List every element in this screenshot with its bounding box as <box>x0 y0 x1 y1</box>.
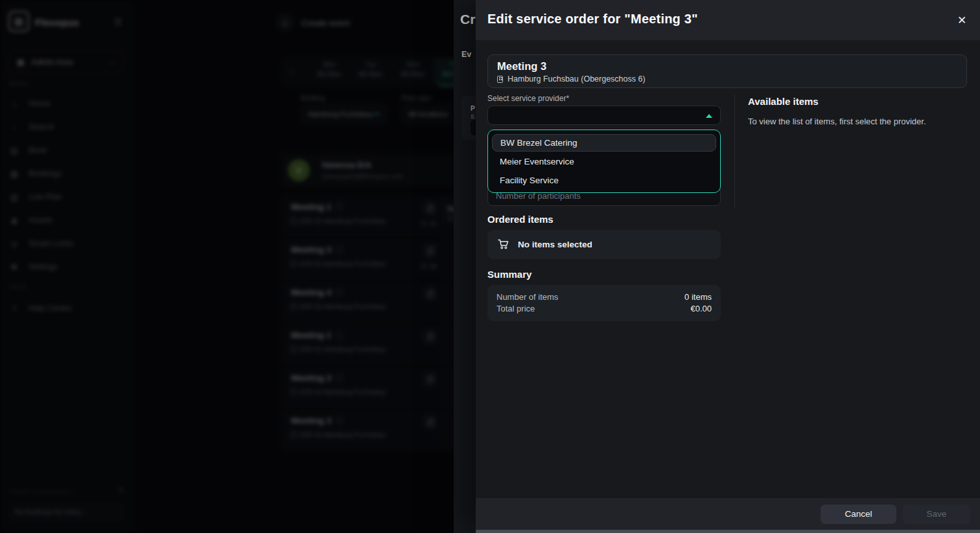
provider-option-meier[interactable]: Meier Eventservice <box>492 153 716 170</box>
sidebar-item-help-centre[interactable]: ?Help Centre <box>9 300 126 317</box>
user-name: Vanessa Erk <box>321 160 371 170</box>
provider-dropdown: BW Brezel Catering Meier Eventservice Fa… <box>487 130 721 193</box>
provider-option-bw-brezel[interactable]: BW Brezel Catering <box>492 134 716 152</box>
building-icon <box>291 346 296 352</box>
sidebar-item-label: Assets <box>29 216 53 225</box>
sidebar-collapse-icon[interactable]: ☰ <box>114 17 122 27</box>
day-cell-tue[interactable]: Tue02 Dec <box>351 58 391 86</box>
sidebar-item-book[interactable]: ▤Book <box>9 142 126 159</box>
user-email: vanessaerk@flexopus.com <box>321 172 403 180</box>
info-circle-icon <box>336 417 343 424</box>
avatar: V <box>288 159 310 181</box>
summary-row-price: Total price €0.00 <box>496 303 712 315</box>
sidebar-item-bookings[interactable]: ▦Bookings <box>9 165 126 182</box>
ordered-items-empty-card: No items selected <box>487 230 721 259</box>
column-divider <box>734 94 735 207</box>
building-label: Building <box>301 94 325 102</box>
cart-icon <box>498 239 509 250</box>
total-price-value: €0.00 <box>690 303 712 315</box>
info-circle-icon <box>336 246 343 253</box>
expand-icon[interactable]: ⇱ <box>119 487 124 494</box>
lock-chip-icon <box>423 414 438 429</box>
building-icon <box>291 303 296 310</box>
lock-chip-icon <box>423 286 438 301</box>
sidebar-item-label: Settings <box>29 262 58 271</box>
provider-option-facility[interactable]: Facility Service <box>492 172 716 189</box>
home-icon: ⌂ <box>9 99 19 109</box>
gear-icon: ✱ <box>9 262 19 272</box>
sidebar-item-label: Live Plan <box>29 192 62 201</box>
sidebar-item-label: Bookings <box>29 169 62 178</box>
info-circle-icon <box>336 374 343 381</box>
behind-dialog-title-fragment: Cr <box>460 12 475 27</box>
sidebar-item-settings[interactable]: ✱Settings <box>9 258 126 275</box>
info-circle-icon <box>336 203 343 210</box>
save-button[interactable]: Save <box>903 505 970 524</box>
items-count-value: 0 items <box>684 291 712 303</box>
live-plan-icon: ▧ <box>9 192 19 202</box>
sidebar-item-smart-locks[interactable]: ◘Smart Locks <box>9 235 126 252</box>
sidebar-item-label: Search <box>29 122 54 131</box>
lock-chip-icon <box>423 201 438 216</box>
arrow-right-icon: → <box>108 58 116 67</box>
ordered-items-title: Ordered items <box>487 214 554 225</box>
sidebar-item-live-plan[interactable]: ▧Live Plan <box>9 188 126 205</box>
no-bookings-note: No bookings for today... <box>8 502 125 521</box>
shield-icon: ▣ <box>17 57 25 67</box>
sidebar-item-label: Smart Locks <box>29 239 73 248</box>
plus-icon[interactable]: + <box>276 14 294 32</box>
meeting-name: Meeting 3 <box>497 60 957 73</box>
sidebar-item-label: Home <box>29 99 50 108</box>
close-icon[interactable]: ✕ <box>954 12 970 28</box>
building-icon <box>291 218 296 224</box>
sidebar-item-home[interactable]: ⌂Home <box>9 95 126 112</box>
assets-icon: ◉ <box>9 216 19 225</box>
flexopus-logo-icon: ▦ <box>8 11 29 32</box>
info-circle-icon <box>336 289 343 296</box>
cancel-button[interactable]: Cancel <box>821 505 896 524</box>
person-icon <box>421 221 426 226</box>
app-name: Flexopus <box>35 17 79 28</box>
sidebar-item-assets[interactable]: ◉Assets <box>9 212 126 229</box>
floorplan-label: Floor plan <box>401 94 432 102</box>
summary-card: Number of items 0 items Total price €0.0… <box>487 285 721 321</box>
lock-chip-icon <box>423 244 438 258</box>
plus-glyph: + <box>283 17 288 28</box>
person-icon <box>421 264 426 269</box>
day-cell-mon[interactable]: Mon01 Dec <box>309 58 349 86</box>
help-section-label: HELP <box>9 284 27 290</box>
info-circle-icon <box>336 332 343 339</box>
help-icon: ? <box>9 304 19 313</box>
sidebar: ▦ Flexopus ☰ ▣ Admin Area → MENU ⌂Home ○… <box>0 0 134 533</box>
summary-title: Summary <box>487 269 531 280</box>
create-event-button[interactable]: Create event <box>301 18 349 28</box>
screen: ▦ Flexopus ☰ ▣ Admin Area → MENU ⌂Home ○… <box>0 0 980 533</box>
search-icon: ○ <box>9 122 19 132</box>
building-icon <box>497 76 503 83</box>
chevron-down-icon <box>375 113 380 116</box>
provider-select[interactable] <box>487 106 721 125</box>
book-icon: ▤ <box>9 146 19 155</box>
building-icon <box>291 389 296 395</box>
admin-area-button[interactable]: ▣ Admin Area → <box>8 51 124 73</box>
sidebar-item-label: Book <box>29 146 47 155</box>
menu-section-label: MENU <box>9 80 29 87</box>
edit-service-order-modal: Edit service order for "Meeting 3" ✕ Mee… <box>476 0 980 533</box>
sidebar-item-search[interactable]: ○Search <box>9 119 126 135</box>
meeting-location: Hamburg Fuchsbau (Obergeschoss 6) <box>508 74 646 84</box>
building-select[interactable]: Hamburg Fuchsbau <box>301 104 387 124</box>
chevron-left-icon[interactable]: ‹ <box>290 66 293 76</box>
provider-label: Select service provider* <box>487 94 569 103</box>
modal-title: Edit service order for "Meeting 3" <box>487 12 698 27</box>
modal-header: Edit service order for "Meeting 3" ✕ <box>476 0 980 40</box>
available-items-hint: To view the list of items, first select … <box>748 117 926 126</box>
no-items-text: No items selected <box>518 240 592 249</box>
bottom-edge-strip <box>476 530 980 533</box>
meeting-info-card: Meeting 3 Hamburg Fuchsbau (Obergeschoss… <box>487 54 967 88</box>
modal-footer: Cancel Save <box>476 498 980 530</box>
bookings-icon: ▦ <box>9 169 19 179</box>
building-icon <box>291 260 296 267</box>
lock-chip-icon <box>423 329 438 344</box>
day-cell-wed[interactable]: Wed03 Dec <box>393 58 433 86</box>
sidebar-item-label: Help Centre <box>29 304 72 313</box>
